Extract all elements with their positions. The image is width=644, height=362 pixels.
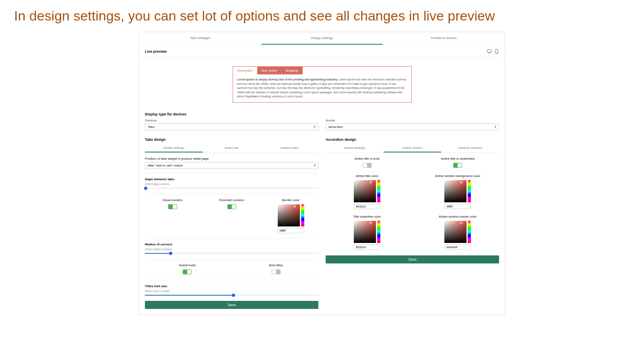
- updown-icon: ▴▾: [314, 164, 316, 167]
- bold-titles-label: Bold titles: [242, 263, 311, 267]
- underline-color-label: Title underline color: [326, 215, 409, 218]
- gaps-title: Gaps between tabs: [145, 177, 318, 181]
- preview-box: Description Size Guide Shipping Lorem Ip…: [233, 66, 412, 103]
- tabs-design-panel: Tabs design Global settings Active tab I…: [145, 135, 318, 309]
- slider-thumb[interactable]: [169, 252, 172, 255]
- active-bg-label: Active section background color: [417, 174, 500, 178]
- tabs-design-title: Tabs design: [145, 135, 318, 144]
- desktop-select-value: Tabs: [148, 125, 155, 129]
- display-type-section: Display type for devices Desktop Tabs ▴▾…: [139, 107, 505, 135]
- svg-rect-0: [487, 50, 492, 53]
- tab-tabs-manager[interactable]: Tabs manager: [139, 32, 261, 45]
- accordion-design-title: Accordion design: [326, 135, 499, 144]
- active-bold-toggle[interactable]: [363, 163, 372, 168]
- active-bg-picker[interactable]: [444, 180, 471, 209]
- subtab-acc-active[interactable]: Active section: [384, 144, 442, 152]
- gaps-slider[interactable]: [145, 188, 318, 188]
- position-value: After "add to cart" button: [148, 164, 183, 167]
- radius-slider-label: Select radius in pixels: [145, 248, 318, 251]
- subtab-acc-inactive[interactable]: Inactive sections: [441, 144, 499, 152]
- position-label: Position of tabs widget in product detai…: [145, 157, 318, 160]
- save-button-right[interactable]: Save: [326, 255, 499, 263]
- desktop-select[interactable]: Tabs ▴▾: [145, 123, 318, 130]
- active-bold-label: Active title is bold: [326, 157, 409, 160]
- font-size-title: Titles font size: [145, 284, 318, 288]
- bold-titles-toggle[interactable]: [272, 269, 281, 274]
- mobile-select-value: Accordion: [328, 125, 343, 129]
- display-type-title: Display type for devices: [145, 112, 499, 116]
- rounded-corners-label: Rounded corners: [204, 198, 259, 202]
- preview-tab-shipping[interactable]: Shipping: [282, 67, 303, 74]
- accordion-design-panel: Accordion design Global settings Active …: [326, 135, 499, 309]
- preview-content: Lorem Ipsum is simply dummy text of the …: [233, 74, 411, 102]
- mobile-select[interactable]: Accordion ▴▾: [326, 123, 499, 130]
- preview-tab-size-guide[interactable]: Size Guide: [258, 67, 282, 74]
- live-preview-header: Live preview: [139, 45, 505, 58]
- mobile-label: Mobile: [326, 119, 499, 122]
- position-select[interactable]: After "add to cart" button ▴▾: [145, 162, 318, 169]
- radius-title: Radius of corners: [145, 243, 318, 246]
- section-border-color-picker[interactable]: [444, 221, 471, 250]
- section-border-color-label: Active section border color: [417, 215, 500, 218]
- subtab-global-settings[interactable]: Global settings: [145, 144, 203, 152]
- active-title-color-input[interactable]: [354, 204, 380, 209]
- show-borders-toggle[interactable]: [168, 204, 177, 209]
- radius-slider[interactable]: [145, 253, 318, 253]
- subtab-inactive-tabs[interactable]: Inactive tabs: [260, 144, 318, 152]
- font-size-slider-label: Select size in pixels: [145, 290, 318, 292]
- underline-color-input[interactable]: [354, 245, 380, 250]
- page-headline: In design settings, you can set lot of o…: [0, 0, 644, 32]
- active-title-color-label: Active title color: [326, 174, 409, 178]
- section-border-color-input[interactable]: [444, 245, 471, 250]
- subtab-active-tab[interactable]: Active tab: [203, 144, 261, 152]
- border-color-input[interactable]: [278, 228, 304, 233]
- preview-tab-description[interactable]: Description: [233, 67, 258, 74]
- active-title-color-picker[interactable]: [354, 180, 380, 209]
- tab-publish[interactable]: Publish to themes: [383, 32, 505, 45]
- font-size-slider[interactable]: [145, 295, 318, 295]
- save-button-left[interactable]: Save: [145, 301, 318, 309]
- slider-thumb[interactable]: [144, 187, 147, 190]
- live-preview-title: Live preview: [145, 49, 167, 53]
- slider-thumb[interactable]: [232, 294, 235, 297]
- underline-color-picker[interactable]: [354, 221, 380, 250]
- mobile-icon[interactable]: [494, 49, 499, 54]
- top-tabs: Tabs manager Design settings Publish to …: [139, 32, 505, 45]
- preview-text: Lorem Ipsum has been the industry's stan…: [237, 78, 407, 98]
- preview-bold: Lorem Ipsum is simply dummy text of the …: [237, 78, 338, 81]
- desktop-label: Desktop: [145, 119, 318, 122]
- active-underlined-label: Active title is underlined: [417, 157, 500, 160]
- active-bg-input[interactable]: [444, 204, 471, 209]
- show-borders-label: Show borders: [145, 198, 200, 202]
- inherit-fonts-toggle[interactable]: [183, 269, 192, 274]
- inherit-fonts-label: Inherit fonts: [153, 263, 222, 267]
- app-panel: Tabs manager Design settings Publish to …: [139, 32, 505, 315]
- updown-icon: ▴▾: [495, 125, 496, 128]
- active-underlined-toggle[interactable]: [453, 163, 462, 168]
- svg-point-3: [496, 53, 497, 53]
- border-color-label: Border color: [263, 198, 318, 202]
- border-color-picker[interactable]: [278, 204, 304, 233]
- gaps-slider-label: Select gap in pixels: [145, 183, 318, 185]
- desktop-icon[interactable]: [487, 49, 492, 54]
- updown-icon: ▴▾: [314, 125, 316, 128]
- preview-area: Description Size Guide Shipping Lorem Ip…: [139, 58, 505, 107]
- rounded-corners-toggle[interactable]: [227, 204, 236, 209]
- svg-rect-1: [489, 53, 491, 53]
- tab-design-settings[interactable]: Design settings: [261, 32, 383, 45]
- subtab-acc-global[interactable]: Global settings: [326, 144, 384, 152]
